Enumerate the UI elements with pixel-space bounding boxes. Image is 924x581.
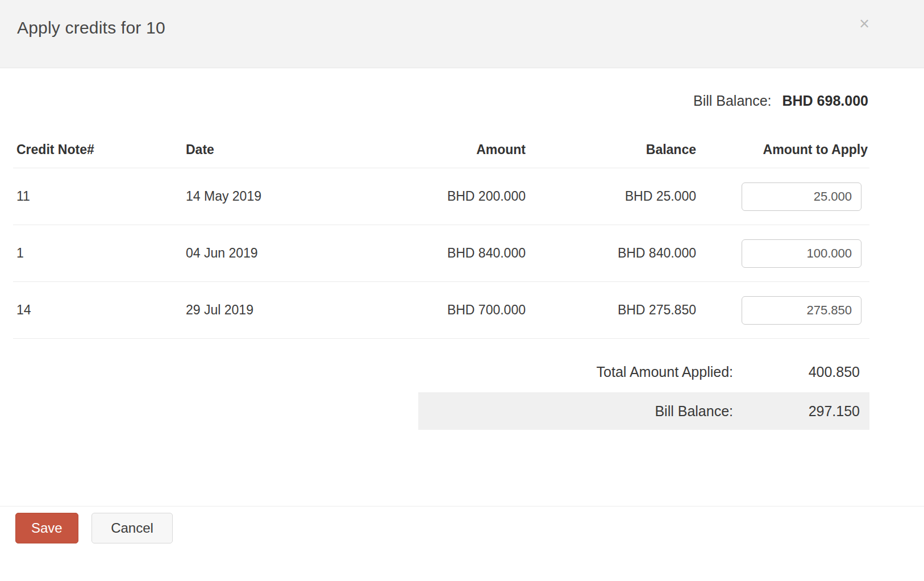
cell-credit-note: 11: [13, 189, 172, 204]
column-header-balance: Balance: [563, 142, 733, 157]
cell-balance: BHD 840.000: [563, 246, 733, 261]
close-icon[interactable]: ×: [859, 15, 869, 32]
total-amount-applied-label: Total Amount Applied:: [597, 364, 733, 380]
table-row: 14 29 Jul 2019 BHD 700.000 BHD 275.850: [13, 282, 869, 339]
modal-title: Apply credits for 10: [17, 18, 165, 37]
cancel-button[interactable]: Cancel: [91, 513, 173, 543]
cell-date: 29 Jul 2019: [172, 302, 354, 318]
table-row: 11 14 May 2019 BHD 200.000 BHD 25.000: [13, 168, 869, 225]
column-header-credit-note: Credit Note#: [13, 142, 172, 157]
amount-to-apply-input[interactable]: [742, 239, 861, 268]
cell-amount: BHD 200.000: [354, 189, 563, 204]
column-header-date: Date: [172, 142, 354, 157]
column-header-amount-to-apply: Amount to Apply: [733, 142, 869, 157]
amount-to-apply-input[interactable]: [742, 296, 861, 325]
bill-balance-result-label: Bill Balance:: [655, 403, 733, 420]
cell-amount: BHD 700.000: [354, 302, 563, 318]
totals-section: Total Amount Applied: 400.850 Bill Balan…: [0, 359, 869, 430]
table-header-row: Credit Note# Date Amount Balance Amount …: [13, 142, 869, 168]
modal-header: Apply credits for 10 ×: [0, 0, 924, 68]
amount-to-apply-input[interactable]: [742, 182, 861, 211]
modal-footer: Save Cancel: [0, 506, 924, 581]
cell-credit-note: 1: [13, 246, 172, 261]
column-header-amount: Amount: [354, 142, 563, 157]
bill-balance-result-row: Bill Balance: 297.150: [418, 392, 869, 430]
bill-balance-result-value: 297.150: [733, 403, 869, 420]
save-button[interactable]: Save: [15, 513, 78, 543]
bill-balance-label: Bill Balance:: [693, 93, 772, 109]
bill-balance-summary: Bill Balance: BHD 698.000: [0, 93, 924, 109]
bill-balance-value: BHD 698.000: [783, 93, 868, 109]
cell-balance: BHD 25.000: [563, 189, 733, 204]
total-amount-applied-value: 400.850: [733, 364, 869, 380]
cell-date: 14 May 2019: [172, 189, 354, 204]
total-amount-applied-row: Total Amount Applied: 400.850: [0, 359, 869, 384]
cell-amount: BHD 840.000: [354, 246, 563, 261]
cell-balance: BHD 275.850: [563, 302, 733, 318]
credit-notes-table: Credit Note# Date Amount Balance Amount …: [13, 142, 869, 339]
cell-date: 04 Jun 2019: [172, 246, 354, 261]
cell-credit-note: 14: [13, 302, 172, 318]
table-row: 1 04 Jun 2019 BHD 840.000 BHD 840.000: [13, 225, 869, 282]
